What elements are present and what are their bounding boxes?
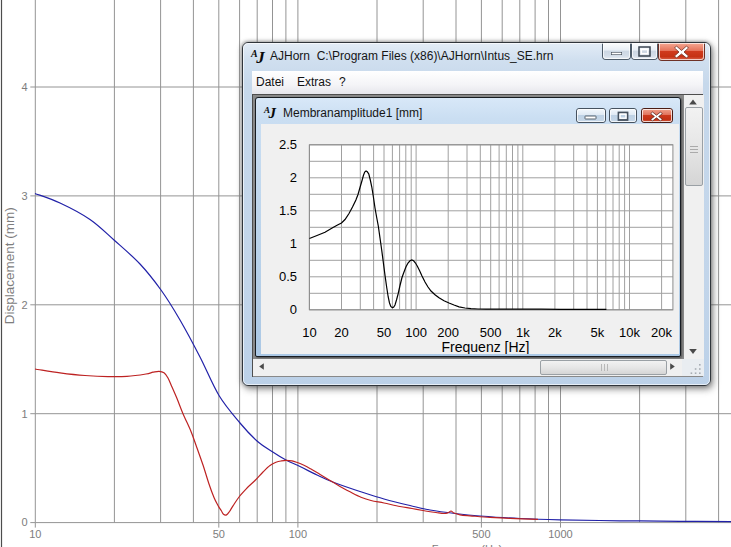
svg-text:1000: 1000 <box>548 528 572 540</box>
svg-text:0.5: 0.5 <box>278 269 296 284</box>
svg-text:0: 0 <box>289 302 296 317</box>
svg-text:50: 50 <box>213 528 225 540</box>
svg-text:2k: 2k <box>548 325 562 340</box>
svg-text:100: 100 <box>289 528 307 540</box>
svg-text:5k: 5k <box>590 325 604 340</box>
svg-text:500: 500 <box>472 528 490 540</box>
svg-text:2: 2 <box>289 170 296 185</box>
svg-text:4: 4 <box>21 81 27 93</box>
svg-text:Frequenz [Hz]: Frequenz [Hz] <box>441 339 529 355</box>
svg-text:Displacement (mm): Displacement (mm) <box>2 207 17 324</box>
svg-text:3: 3 <box>21 190 27 202</box>
svg-text:100: 100 <box>405 325 427 340</box>
svg-text:2.5: 2.5 <box>278 137 296 152</box>
svg-text:1: 1 <box>289 236 296 251</box>
svg-text:10: 10 <box>302 325 316 340</box>
svg-text:1.5: 1.5 <box>278 203 296 218</box>
svg-text:Frequenz (Hz): Frequenz (Hz) <box>432 543 502 547</box>
svg-text:10: 10 <box>29 528 41 540</box>
svg-text:2: 2 <box>21 299 27 311</box>
svg-text:10k: 10k <box>619 325 640 340</box>
svg-text:50: 50 <box>376 325 390 340</box>
svg-text:0: 0 <box>21 516 27 528</box>
svg-text:20: 20 <box>334 325 348 340</box>
svg-text:1: 1 <box>21 408 27 420</box>
svg-text:20k: 20k <box>651 325 672 340</box>
